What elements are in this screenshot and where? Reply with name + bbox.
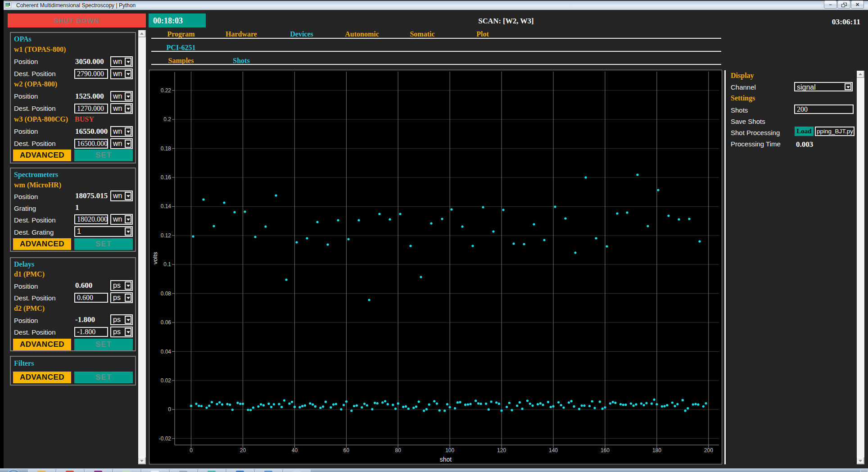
- svg-text:0.16: 0.16: [161, 174, 172, 181]
- svg-text:-0.02: -0.02: [159, 436, 172, 442]
- svg-text:0.18: 0.18: [161, 145, 172, 152]
- svg-text:80: 80: [395, 447, 402, 454]
- svg-text:0.08: 0.08: [161, 290, 172, 297]
- svg-text:60: 60: [344, 447, 350, 454]
- svg-text:0.2: 0.2: [163, 116, 171, 123]
- svg-text:160: 160: [601, 447, 610, 454]
- svg-text:40: 40: [292, 447, 298, 454]
- svg-text:0.12: 0.12: [161, 232, 172, 239]
- svg-text:0.02: 0.02: [161, 377, 172, 384]
- svg-text:0: 0: [168, 406, 171, 413]
- svg-text:0: 0: [190, 447, 193, 454]
- svg-text:180: 180: [652, 447, 661, 454]
- svg-text:140: 140: [549, 447, 558, 454]
- svg-text:0.06: 0.06: [161, 319, 172, 326]
- svg-text:20: 20: [240, 447, 246, 454]
- svg-text:100: 100: [445, 447, 454, 454]
- svg-text:volts: volts: [152, 252, 158, 264]
- svg-text:0.22: 0.22: [161, 87, 172, 94]
- svg-text:0.1: 0.1: [163, 261, 171, 268]
- svg-text:120: 120: [497, 447, 506, 454]
- svg-text:200: 200: [704, 447, 713, 454]
- svg-text:0.14: 0.14: [161, 203, 172, 209]
- svg-text:shot: shot: [440, 456, 452, 463]
- svg-text:0.04: 0.04: [161, 349, 172, 355]
